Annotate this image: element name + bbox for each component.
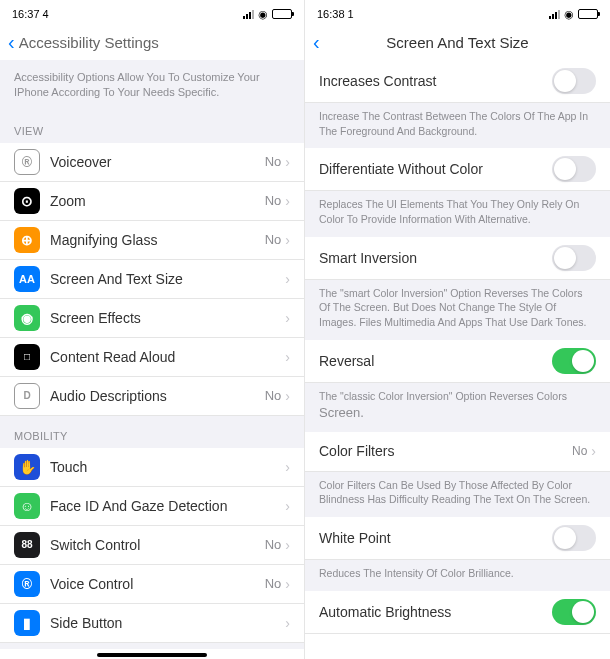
row-effects[interactable]: ◉ Screen Effects › xyxy=(0,299,304,338)
chevron-right-icon: › xyxy=(285,537,290,553)
battery-icon xyxy=(272,9,292,19)
touch-icon: ✋ xyxy=(14,454,40,480)
desc-colorfilters: Color Filters Can Be Used By Those Affec… xyxy=(305,472,610,517)
section-view: VIEW xyxy=(0,111,304,143)
chevron-right-icon: › xyxy=(285,193,290,209)
toggle-smartinv[interactable] xyxy=(552,245,596,271)
chevron-right-icon: › xyxy=(285,310,290,326)
chevron-right-icon: › xyxy=(285,576,290,592)
content-scroll[interactable]: Increases Contrast Increase The Contrast… xyxy=(305,60,610,659)
toggle-autobright[interactable] xyxy=(552,599,596,625)
row-value: No xyxy=(265,537,282,552)
nav-bar: ‹ Screen And Text Size xyxy=(305,24,610,60)
row-label: Voiceover xyxy=(50,154,265,170)
row-label: Side Button xyxy=(50,615,285,631)
row-value: No xyxy=(265,576,282,591)
switch-icon: 88 xyxy=(14,532,40,558)
row-label: White Point xyxy=(319,530,552,546)
desc-contrast: Increase The Contrast Between The Colors… xyxy=(305,103,610,148)
row-magnifying[interactable]: ⊕ Magnifying Glass No › xyxy=(0,221,304,260)
row-label: Smart Inversion xyxy=(319,250,552,266)
row-label: Touch xyxy=(50,459,285,475)
row-white-point[interactable]: White Point xyxy=(305,517,610,560)
status-right: ◉ xyxy=(549,8,598,21)
status-time: 16:38 1 xyxy=(317,8,354,20)
row-label: Increases Contrast xyxy=(319,73,552,89)
row-label: Screen Effects xyxy=(50,310,285,326)
desc-text: The "classic Color Inversion" Option Rev… xyxy=(319,390,567,402)
row-faceid[interactable]: ☺ Face ID And Gaze Detection › xyxy=(0,487,304,526)
row-smart-inversion[interactable]: Smart Inversion xyxy=(305,237,610,280)
row-value: No xyxy=(265,193,282,208)
row-label: Face ID And Gaze Detection xyxy=(50,498,285,514)
voicectrl-icon: ® xyxy=(14,571,40,597)
desc-smartinv: The "smart Color Inversion" Option Rever… xyxy=(305,280,610,340)
row-screentext[interactable]: AA Screen And Text Size › xyxy=(0,260,304,299)
row-readaloud[interactable]: □ Content Read Aloud › xyxy=(0,338,304,377)
back-button[interactable]: ‹ xyxy=(313,31,320,54)
row-touch[interactable]: ✋ Touch › xyxy=(0,448,304,487)
magnifying-icon: ⊕ xyxy=(14,227,40,253)
chevron-right-icon: › xyxy=(285,271,290,287)
chevron-right-icon: › xyxy=(285,498,290,514)
row-label: Reversal xyxy=(319,353,552,369)
page-title: Accessibility Settings xyxy=(19,34,159,51)
row-switch[interactable]: 88 Switch Control No › xyxy=(0,526,304,565)
content-scroll[interactable]: Accessibility Options Allow You To Custo… xyxy=(0,60,304,649)
desc-text-big: Screen. xyxy=(319,405,364,420)
toggle-reversal[interactable] xyxy=(552,348,596,374)
audiodesc-icon: D xyxy=(14,383,40,409)
readaloud-icon: □ xyxy=(14,344,40,370)
desc-diffcolor: Replaces The UI Elements That You They O… xyxy=(305,191,610,236)
toggle-whitepoint[interactable] xyxy=(552,525,596,551)
toggle-diffcolor[interactable] xyxy=(552,156,596,182)
row-label: Automatic Brightness xyxy=(319,604,552,620)
signal-icon xyxy=(243,10,254,19)
row-zoom[interactable]: ⊙ Zoom No › xyxy=(0,182,304,221)
row-value: No xyxy=(265,388,282,403)
voiceover-icon: ® xyxy=(14,149,40,175)
left-phone: 16:37 4 ◉ ‹ Accessibility Settings Acces… xyxy=(0,0,305,659)
row-label: Zoom xyxy=(50,193,265,209)
wifi-icon: ◉ xyxy=(258,8,268,21)
faceid-icon: ☺ xyxy=(14,493,40,519)
row-auto-brightness[interactable]: Automatic Brightness xyxy=(305,591,610,634)
row-label: Magnifying Glass xyxy=(50,232,265,248)
row-sidebtn[interactable]: ▮ Side Button › xyxy=(0,604,304,643)
back-button[interactable]: ‹ xyxy=(8,31,15,54)
row-reversal[interactable]: Reversal xyxy=(305,340,610,383)
toggle-contrast[interactable] xyxy=(552,68,596,94)
chevron-right-icon: › xyxy=(285,154,290,170)
row-label: Differentiate Without Color xyxy=(319,161,552,177)
home-indicator[interactable] xyxy=(97,653,207,657)
row-label: Content Read Aloud xyxy=(50,349,285,365)
row-increases-contrast[interactable]: Increases Contrast xyxy=(305,60,610,103)
row-label: Switch Control xyxy=(50,537,265,553)
row-value: No xyxy=(265,232,282,247)
chevron-right-icon: › xyxy=(285,615,290,631)
intro-desc: Accessibility Options Allow You To Custo… xyxy=(0,60,304,111)
chevron-right-icon: › xyxy=(285,349,290,365)
row-voicectrl[interactable]: ® Voice Control No › xyxy=(0,565,304,604)
status-bar: 16:38 1 ◉ xyxy=(305,4,610,24)
nav-bar: ‹ Accessibility Settings xyxy=(0,24,304,60)
row-diff-color[interactable]: Differentiate Without Color xyxy=(305,148,610,191)
effects-icon: ◉ xyxy=(14,305,40,331)
row-voiceover[interactable]: ® Voiceover No › xyxy=(0,143,304,182)
desc-reversal: The "classic Color Inversion" Option Rev… xyxy=(305,383,610,432)
row-value: No xyxy=(265,154,282,169)
row-label: Audio Descriptions xyxy=(50,388,265,404)
status-time: 16:37 4 xyxy=(12,8,49,20)
row-value: No xyxy=(572,444,587,458)
zoom-icon: ⊙ xyxy=(14,188,40,214)
section-mobility: MOBILITY xyxy=(0,416,304,448)
signal-icon xyxy=(549,10,560,19)
desc-whitepoint: Reduces The Intensity Of Color Brillianc… xyxy=(305,560,610,591)
row-color-filters[interactable]: Color Filters No › xyxy=(305,432,610,472)
row-label: Color Filters xyxy=(319,443,572,459)
chevron-right-icon: › xyxy=(591,443,596,459)
page-title: Screen And Text Size xyxy=(386,34,528,51)
chevron-right-icon: › xyxy=(285,459,290,475)
row-audiodesc[interactable]: D Audio Descriptions No › xyxy=(0,377,304,416)
screentext-icon: AA xyxy=(14,266,40,292)
